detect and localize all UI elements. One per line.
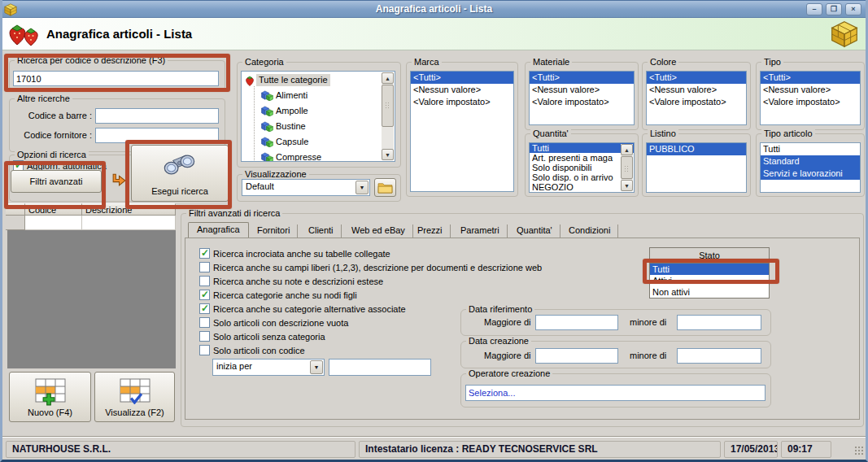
list-item[interactable]: Solo disp. o in arrivo	[530, 172, 634, 182]
type-list: <Tutti> <Nessun valore> <Valore impostat…	[760, 71, 861, 125]
reference-date-greater-input[interactable]	[535, 315, 618, 330]
new-button[interactable]: Nuovo (F4)	[9, 372, 91, 422]
tab-prezzi[interactable]: Prezzi	[411, 224, 451, 238]
greater-than-label: Maggiore di	[484, 351, 530, 360]
filter-checkbox[interactable]	[199, 345, 210, 355]
list-item[interactable]: <Nessun valore>	[647, 84, 746, 96]
scroll-up-icon[interactable]: ▲	[621, 144, 633, 155]
barcode-input[interactable]	[95, 108, 219, 124]
code-operator-value: inizia per	[216, 361, 252, 371]
category-cubes-icon	[261, 106, 273, 116]
strawberry-icon	[243, 74, 256, 87]
category-cubes-icon	[261, 121, 273, 132]
advanced-filters-group-label: Filtri avanzati di ricerca	[186, 208, 282, 218]
list-item[interactable]: Art. presenti a maga	[530, 153, 634, 163]
view-button-label: Visualizza (F2)	[95, 408, 174, 417]
filter-checkbox-label: Ricerca anche su campi liberi (1,2,3), d…	[213, 263, 542, 272]
list-item[interactable]: Standard	[761, 155, 860, 168]
scroll-up-icon[interactable]: ▲	[382, 72, 394, 84]
list-item[interactable]: <Valore impostato>	[530, 96, 634, 108]
less-than-label: minore di	[630, 351, 666, 360]
scroll-down-icon[interactable]: ▼	[382, 149, 394, 160]
scroll-down-icon[interactable]: ▼	[621, 180, 633, 191]
tree-item[interactable]: Ampolle	[261, 103, 311, 119]
filter-checkbox[interactable]	[199, 317, 210, 328]
tab-anagrafica[interactable]: Anagrafica	[188, 222, 249, 238]
check-icon	[129, 392, 143, 406]
tab-web-ed-ebay[interactable]: Web ed eBay	[345, 224, 413, 238]
list-item[interactable]: <Nessun valore>	[761, 84, 860, 96]
filter-checkbox[interactable]	[199, 290, 210, 300]
scroll-thumb[interactable]	[382, 85, 394, 127]
material-list: <Tutti> <Nessun valore> <Valore impostat…	[529, 71, 635, 125]
search-options-group-label: Opzioni di ricerca	[15, 150, 89, 159]
category-cubes-icon	[261, 90, 273, 101]
chevron-down-icon[interactable]	[310, 360, 323, 374]
filter-checkbox[interactable]	[199, 248, 210, 259]
filter-checkbox-label: Solo articoli con codice	[213, 346, 305, 355]
category-cubes-icon	[261, 152, 273, 162]
filter-checkbox-label: Solo articoli senza categoria	[213, 332, 325, 342]
quantity-list: Tutti Art. presenti a maga Solo disponib…	[529, 142, 635, 193]
company-name: NATURHOUSE S.R.L.	[6, 441, 355, 458]
reference-date-group-label: Data riferimento	[466, 304, 534, 314]
list-item[interactable]: Tutti	[530, 143, 634, 153]
creation-operator-select[interactable]: Seleziona...	[465, 385, 765, 401]
empty-row-cell[interactable]	[82, 216, 176, 230]
list-item[interactable]: <Tutti>	[411, 72, 513, 84]
quantity-scrollbar[interactable]: ▲ ▼	[621, 144, 633, 191]
list-item[interactable]: Tutti	[761, 143, 860, 155]
tab-condizioni[interactable]: Condizioni	[562, 224, 618, 238]
filter-checkbox[interactable]	[199, 276, 210, 286]
list-item[interactable]: Solo disponibili	[530, 163, 634, 172]
tree-item[interactable]: Alimenti	[261, 88, 310, 103]
tree-item[interactable]: Capsule	[261, 134, 311, 150]
chevron-down-icon[interactable]	[355, 181, 369, 194]
view-button[interactable]: Visualizza (F2)	[94, 372, 175, 422]
category-cubes-icon	[261, 137, 273, 147]
close-button[interactable]: ×	[845, 3, 861, 15]
list-item[interactable]: <Tutti>	[647, 72, 746, 84]
list-item[interactable]: Non attivi	[650, 286, 769, 298]
list-item[interactable]: <Valore impostato>	[647, 96, 746, 108]
tab-clienti[interactable]: Clienti	[302, 224, 342, 238]
tab-fornitori[interactable]: Fornitori	[251, 224, 298, 238]
list-item[interactable]: <Valore impostato>	[761, 96, 860, 108]
visualization-combo[interactable]: Default	[242, 179, 370, 196]
category-scrollbar[interactable]: ▲ ▼	[382, 72, 394, 160]
list-item[interactable]: PUBBLICO	[647, 143, 746, 155]
list-item[interactable]: <Nessun valore>	[530, 84, 634, 96]
tree-item-label: Tutte le categorie	[256, 74, 330, 86]
code-filter-input[interactable]	[329, 359, 431, 376]
article-type-list: Tutti Standard Servizi e lavorazioni	[760, 142, 861, 193]
filter-checkbox[interactable]	[199, 331, 210, 342]
new-button-label: Nuovo (F4)	[10, 408, 90, 417]
empty-row-cell[interactable]	[25, 216, 82, 230]
resize-grip[interactable]	[854, 446, 864, 455]
filter-checkbox[interactable]	[199, 262, 210, 272]
tree-item-label: Bustine	[273, 120, 308, 133]
minimize-button[interactable]: –	[806, 3, 822, 15]
tree-item[interactable]: Bustine	[261, 119, 308, 134]
tab-parametri[interactable]: Parametri	[454, 224, 508, 238]
filter-checkbox[interactable]	[199, 303, 210, 314]
list-item[interactable]: Servizi e lavorazioni	[761, 168, 860, 180]
open-view-folder-button[interactable]	[374, 178, 396, 197]
scroll-thumb[interactable]	[621, 156, 633, 179]
code-operator-combo[interactable]: inizia per	[212, 359, 325, 376]
tree-item[interactable]: Compresse	[261, 150, 324, 162]
list-item[interactable]: <Valore impostato>	[411, 96, 513, 108]
list-item[interactable]: <Tutti>	[761, 72, 860, 84]
maximize-button[interactable]: ❐	[826, 3, 842, 15]
list-item[interactable]: <Tutti>	[530, 72, 634, 84]
tab-quantita[interactable]: Quantita'	[510, 224, 560, 238]
list-item[interactable]: NEGOZIO	[530, 182, 634, 192]
list-item[interactable]: <Nessun valore>	[411, 84, 513, 96]
creation-date-less-input[interactable]	[677, 348, 761, 364]
tree-item-root[interactable]: Tutte le categorie	[243, 72, 330, 88]
results-table-body[interactable]	[7, 230, 176, 368]
reference-date-less-input[interactable]	[677, 315, 761, 330]
creation-date-greater-input[interactable]	[535, 348, 618, 364]
row-selector-cell[interactable]	[6, 216, 25, 230]
filter-checkbox-label: Ricerca anche su note e descrizioni este…	[213, 277, 383, 286]
